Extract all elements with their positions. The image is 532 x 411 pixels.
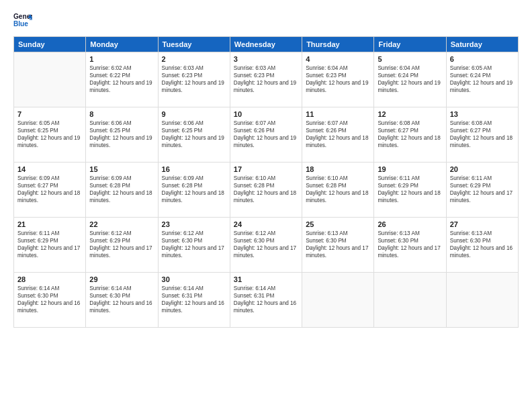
weekday-header-thursday: Thursday bbox=[302, 37, 374, 52]
day-number: 1 bbox=[89, 55, 154, 63]
daylight-label: Daylight: bbox=[17, 135, 40, 141]
sunset-label: Sunset: bbox=[17, 293, 38, 299]
sunrise-label: Sunrise: bbox=[162, 120, 183, 126]
sunrise-label: Sunrise: bbox=[378, 65, 399, 71]
day-number: 17 bbox=[234, 165, 298, 173]
sunset-value: 6:25 PM bbox=[109, 128, 130, 134]
day-info: Sunrise: 6:06 AMSunset: 6:25 PMDaylight:… bbox=[162, 120, 226, 149]
sunrise-value: 6:12 AM bbox=[183, 230, 204, 236]
day-number: 10 bbox=[234, 110, 298, 118]
sunrise-label: Sunrise: bbox=[306, 65, 327, 71]
day-number: 29 bbox=[89, 275, 154, 283]
sunrise-label: Sunrise: bbox=[234, 230, 255, 236]
day-info: Sunrise: 6:13 AMSunset: 6:30 PMDaylight:… bbox=[378, 230, 442, 259]
sunrise-label: Sunrise: bbox=[162, 230, 183, 236]
day-number: 23 bbox=[162, 220, 226, 228]
day-number: 22 bbox=[89, 220, 154, 228]
sunrise-label: Sunrise: bbox=[17, 285, 39, 291]
day-info: Sunrise: 6:10 AMSunset: 6:28 PMDaylight:… bbox=[234, 175, 298, 204]
sunset-value: 6:29 PM bbox=[38, 238, 58, 244]
sunset-label: Sunset: bbox=[378, 128, 398, 134]
sunset-value: 6:28 PM bbox=[109, 183, 130, 189]
sunrise-value: 6:07 AM bbox=[327, 120, 347, 126]
sunset-label: Sunset: bbox=[306, 73, 326, 79]
sunset-label: Sunset: bbox=[234, 238, 254, 244]
day-number: 31 bbox=[234, 275, 298, 283]
sunset-label: Sunset: bbox=[306, 183, 326, 189]
sunrise-label: Sunrise: bbox=[89, 175, 111, 181]
daylight-label: Daylight: bbox=[234, 300, 257, 306]
sunset-value: 6:23 PM bbox=[326, 73, 347, 79]
daylight-label: Daylight: bbox=[89, 135, 112, 141]
calendar-table: SundayMondayTuesdayWednesdayThursdayFrid… bbox=[13, 36, 519, 328]
day-number: 20 bbox=[450, 165, 515, 173]
day-info: Sunrise: 6:06 AMSunset: 6:25 PMDaylight:… bbox=[89, 120, 154, 149]
calendar-cell: 24Sunrise: 6:12 AMSunset: 6:30 PMDayligh… bbox=[230, 218, 302, 273]
sunrise-label: Sunrise: bbox=[378, 230, 399, 236]
sunrise-label: Sunrise: bbox=[306, 230, 327, 236]
sunrise-label: Sunrise: bbox=[234, 65, 255, 71]
calendar-cell: 11Sunrise: 6:07 AMSunset: 6:26 PMDayligh… bbox=[302, 107, 374, 163]
sunrise-value: 6:11 AM bbox=[400, 175, 420, 181]
day-number: 12 bbox=[378, 110, 442, 118]
sunrise-label: Sunrise: bbox=[17, 175, 39, 181]
sunset-value: 6:22 PM bbox=[109, 73, 130, 79]
sunset-value: 6:27 PM bbox=[38, 183, 58, 189]
sunrise-label: Sunrise: bbox=[234, 120, 255, 126]
week-row-1: 1Sunrise: 6:02 AMSunset: 6:22 PMDaylight… bbox=[14, 52, 519, 107]
page-header: General Blue bbox=[13, 11, 519, 30]
sunrise-value: 6:12 AM bbox=[112, 230, 132, 236]
daylight-label: Daylight: bbox=[234, 80, 257, 86]
day-number: 19 bbox=[378, 165, 442, 173]
calendar-cell: 14Sunrise: 6:09 AMSunset: 6:27 PMDayligh… bbox=[14, 163, 86, 218]
sunset-label: Sunset: bbox=[162, 293, 182, 299]
daylight-label: Daylight: bbox=[17, 300, 40, 306]
daylight-label: Daylight: bbox=[306, 245, 328, 251]
sunset-label: Sunset: bbox=[89, 128, 109, 134]
day-info: Sunrise: 6:03 AMSunset: 6:23 PMDaylight:… bbox=[162, 64, 226, 94]
daylight-label: Daylight: bbox=[162, 190, 185, 196]
sunset-value: 6:25 PM bbox=[182, 128, 203, 134]
daylight-label: Daylight: bbox=[162, 245, 185, 251]
sunrise-value: 6:11 AM bbox=[472, 175, 492, 181]
daylight-label: Daylight: bbox=[450, 245, 473, 251]
day-number: 6 bbox=[450, 55, 515, 63]
day-number: 4 bbox=[306, 55, 370, 63]
calendar-cell: 1Sunrise: 6:02 AMSunset: 6:22 PMDaylight… bbox=[86, 52, 158, 107]
calendar-cell: 19Sunrise: 6:11 AMSunset: 6:29 PMDayligh… bbox=[374, 163, 446, 218]
day-number: 21 bbox=[17, 220, 82, 228]
sunset-label: Sunset: bbox=[17, 183, 38, 189]
sunset-value: 6:23 PM bbox=[182, 73, 203, 79]
sunrise-value: 6:14 AM bbox=[255, 285, 275, 291]
sunrise-label: Sunrise: bbox=[378, 120, 399, 126]
calendar-cell: 16Sunrise: 6:09 AMSunset: 6:28 PMDayligh… bbox=[158, 163, 230, 218]
sunrise-label: Sunrise: bbox=[17, 120, 39, 126]
daylight-label: Daylight: bbox=[306, 190, 328, 196]
sunrise-value: 6:13 AM bbox=[472, 230, 492, 236]
sunrise-value: 6:13 AM bbox=[327, 230, 347, 236]
sunrise-label: Sunrise: bbox=[306, 175, 327, 181]
sunrise-value: 6:10 AM bbox=[327, 175, 347, 181]
day-number: 26 bbox=[378, 220, 442, 228]
day-info: Sunrise: 6:14 AMSunset: 6:31 PMDaylight:… bbox=[162, 285, 226, 314]
sunrise-label: Sunrise: bbox=[162, 175, 183, 181]
calendar-cell: 10Sunrise: 6:07 AMSunset: 6:26 PMDayligh… bbox=[230, 107, 302, 163]
week-row-2: 7Sunrise: 6:05 AMSunset: 6:25 PMDaylight… bbox=[14, 107, 519, 163]
daylight-label: Daylight: bbox=[162, 80, 185, 86]
calendar-cell: 7Sunrise: 6:05 AMSunset: 6:25 PMDaylight… bbox=[14, 107, 86, 163]
daylight-label: Daylight: bbox=[306, 80, 328, 86]
day-info: Sunrise: 6:04 AMSunset: 6:23 PMDaylight:… bbox=[306, 64, 370, 94]
day-number: 16 bbox=[162, 165, 226, 173]
day-info: Sunrise: 6:07 AMSunset: 6:26 PMDaylight:… bbox=[306, 120, 370, 149]
sunset-value: 6:25 PM bbox=[38, 128, 58, 134]
weekday-header-tuesday: Tuesday bbox=[158, 37, 230, 52]
weekday-header-friday: Friday bbox=[374, 37, 446, 52]
day-info: Sunrise: 6:14 AMSunset: 6:30 PMDaylight:… bbox=[17, 285, 82, 314]
calendar-cell: 29Sunrise: 6:14 AMSunset: 6:30 PMDayligh… bbox=[86, 273, 158, 328]
sunrise-value: 6:11 AM bbox=[39, 230, 59, 236]
sunset-value: 6:27 PM bbox=[470, 128, 491, 134]
sunrise-value: 6:08 AM bbox=[400, 120, 420, 126]
sunset-label: Sunset: bbox=[450, 128, 470, 134]
day-info: Sunrise: 6:09 AMSunset: 6:27 PMDaylight:… bbox=[17, 175, 82, 204]
day-info: Sunrise: 6:12 AMSunset: 6:30 PMDaylight:… bbox=[234, 230, 298, 259]
